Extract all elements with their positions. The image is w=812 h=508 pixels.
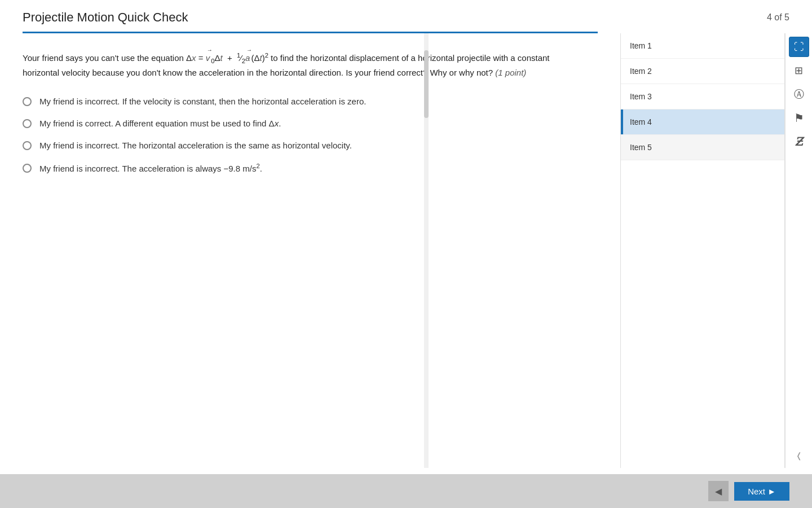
- item-1-label: Item 1: [630, 41, 652, 50]
- next-button-label: Next ►: [748, 487, 776, 496]
- next-button[interactable]: Next ►: [734, 482, 789, 501]
- expand-icon[interactable]: ⛶: [789, 37, 809, 57]
- radio-1[interactable]: [23, 97, 32, 106]
- sidebar-item-3[interactable]: Item 3: [621, 84, 784, 110]
- option-1-text: My friend is incorrect. If the velocity …: [39, 97, 366, 106]
- items-panel: Item 1 Item 2 Item 3 Item 4 Item 5: [621, 33, 785, 468]
- option-4-text: My friend is incorrect. The acceleration…: [39, 163, 262, 173]
- item-2-label: Item 2: [630, 67, 652, 76]
- option-3[interactable]: My friend is incorrect. The horizontal a…: [23, 141, 598, 150]
- sidebar-item-4[interactable]: Item 4: [621, 110, 784, 135]
- option-4[interactable]: My friend is incorrect. The acceleration…: [23, 163, 598, 173]
- radio-4[interactable]: [23, 164, 32, 173]
- math-equation: Δx = v→0Δt + 1⁄2a→(Δt)2: [186, 53, 271, 63]
- option-1[interactable]: My friend is incorrect. If the velocity …: [23, 97, 598, 106]
- sidebar-item-5[interactable]: Item 5: [621, 135, 784, 160]
- scroll-thumb[interactable]: [424, 50, 429, 118]
- item-3-label: Item 3: [630, 92, 652, 101]
- question-text: Your friend says you can't use the equat…: [23, 50, 575, 80]
- radio-3[interactable]: [23, 141, 32, 150]
- grid-icon[interactable]: ⊞: [789, 60, 809, 81]
- icon-panel: ⛶ ⊞ Ⓐ ⚑ Ƶ ❬: [785, 33, 812, 468]
- scroll-track[interactable]: [424, 33, 429, 468]
- flag-icon[interactable]: ⚑: [789, 108, 809, 128]
- sidebar-item-1[interactable]: Item 1: [621, 33, 784, 59]
- collapse-panel-icon[interactable]: ❬: [791, 446, 807, 465]
- option-2-text: My friend is correct. A different equati…: [39, 119, 281, 128]
- item-5-label: Item 5: [630, 143, 652, 152]
- right-sidebar: Item 1 Item 2 Item 3 Item 4 Item 5 ⛶ ⊞: [620, 33, 812, 468]
- header: Projectile Motion Quick Check 4 of 5: [0, 0, 812, 25]
- page-title: Projectile Motion Quick Check: [23, 10, 188, 25]
- option-3-text: My friend is incorrect. The horizontal a…: [39, 141, 352, 150]
- question-area: Your friend says you can't use the equat…: [0, 33, 620, 468]
- item-4-label: Item 4: [630, 117, 652, 126]
- back-button[interactable]: ◀: [708, 481, 729, 501]
- radio-2[interactable]: [23, 119, 32, 128]
- bookmark-icon[interactable]: Ƶ: [789, 132, 809, 152]
- sidebar-item-2[interactable]: Item 2: [621, 59, 784, 84]
- circle-a-icon[interactable]: Ⓐ: [789, 84, 809, 104]
- option-2[interactable]: My friend is correct. A different equati…: [23, 119, 598, 128]
- progress-indicator: 4 of 5: [767, 12, 789, 23]
- options-list: My friend is incorrect. If the velocity …: [23, 97, 598, 173]
- main-content: Your friend says you can't use the equat…: [0, 33, 812, 468]
- footer: ◀ Next ►: [0, 474, 812, 508]
